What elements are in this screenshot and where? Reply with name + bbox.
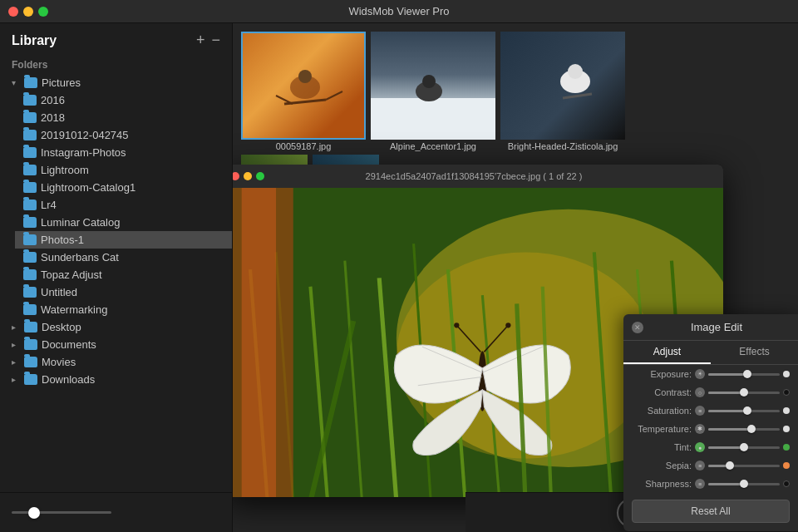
sidebar-item-movies[interactable]: ▸ Movies xyxy=(0,353,232,371)
thumb-item-3[interactable]: Bright-Headed-Zisticola.jpg xyxy=(500,32,625,151)
sidebar-item-2018[interactable]: 2018 xyxy=(15,109,232,126)
folder-label: 2016 xyxy=(41,94,65,106)
folder-label: Instagram-Photos xyxy=(41,146,126,159)
sidebar-actions: + − xyxy=(196,32,220,49)
fullscreen-button[interactable] xyxy=(38,7,48,17)
sidebar-item-lr4[interactable]: Lr4 xyxy=(15,196,232,214)
tint-label: Tint: xyxy=(632,442,692,452)
folder-label: Watermarking xyxy=(41,303,107,316)
contrast-row: Contrast: ○ xyxy=(623,383,798,401)
folder-label: Untitled xyxy=(41,286,77,298)
tint-icon: ● xyxy=(695,442,705,452)
thumb-item-2[interactable]: Alpine_Accentor1.jpg xyxy=(371,32,495,151)
exposure-indicator xyxy=(783,371,790,377)
sharpness-label: Sharpness: xyxy=(632,479,692,489)
folder-label: Documents xyxy=(42,338,96,351)
folder-icon xyxy=(23,165,37,175)
close-icon: ✕ xyxy=(634,323,641,332)
folder-icon xyxy=(23,252,37,263)
contrast-icon: ○ xyxy=(695,387,705,397)
folder-icon xyxy=(23,200,37,210)
sidebar-item-2016[interactable]: 2016 xyxy=(15,91,232,109)
contrast-indicator xyxy=(783,389,790,396)
sidebar-item-luminar[interactable]: Luminar Catalog xyxy=(15,214,232,231)
folder-label: Desktop xyxy=(42,321,81,333)
zoom-slider-track[interactable] xyxy=(12,511,111,514)
sharpness-slider[interactable] xyxy=(708,483,780,485)
remove-folder-button[interactable]: − xyxy=(211,32,220,49)
add-folder-button[interactable]: + xyxy=(196,32,205,49)
folder-label: Luminar Catalog xyxy=(41,216,120,229)
reset-all-button[interactable]: Reset All xyxy=(632,500,790,523)
chevron-right-icon: ▸ xyxy=(12,375,20,384)
sepia-row: Sepia: ≡ xyxy=(623,456,798,475)
sidebar-bottom xyxy=(0,492,232,532)
sidebar-item-watermarking[interactable]: Watermarking xyxy=(15,301,232,318)
svg-point-34 xyxy=(505,323,510,328)
sidebar-item-pictures[interactable]: ▾ Pictures xyxy=(0,74,232,91)
chevron-down-icon: ▾ xyxy=(12,78,20,87)
svg-line-10 xyxy=(563,94,592,98)
library-title: Library xyxy=(12,33,57,48)
sidebar-item-untitled[interactable]: Untitled xyxy=(15,283,232,301)
sepia-icon: ≡ xyxy=(695,461,705,470)
temperature-slider[interactable] xyxy=(708,428,780,431)
minimize-button[interactable] xyxy=(23,7,33,17)
svg-point-1 xyxy=(298,70,312,83)
sidebar-item-downloads[interactable]: ▸ Downloads xyxy=(0,371,232,388)
folder-icon xyxy=(23,269,37,280)
viewer-fullscreen-button[interactable] xyxy=(256,172,264,180)
chevron-right-icon: ▸ xyxy=(12,357,20,367)
folder-icon xyxy=(23,182,37,193)
sepia-slider[interactable] xyxy=(708,465,780,467)
folder-label: Topaz Adjust xyxy=(41,268,102,281)
folder-label: Lightroom xyxy=(41,164,89,176)
sidebar-item-topaz[interactable]: Topaz Adjust xyxy=(15,266,232,283)
folders-section-label: Folders xyxy=(0,54,232,74)
thumb-label-3: Bright-Headed-Zisticola.jpg xyxy=(506,140,620,151)
edit-close-button[interactable]: ✕ xyxy=(632,322,643,333)
svg-rect-26 xyxy=(242,188,276,497)
sidebar-item-lightroom-catalog1[interactable]: Lightroom-Catalog1 xyxy=(15,179,232,196)
exposure-slider[interactable] xyxy=(708,373,780,376)
contrast-slider[interactable] xyxy=(708,392,780,394)
viewer-minimize-button[interactable] xyxy=(244,172,252,180)
thumb-item-1[interactable]: 00059187.jpg xyxy=(241,32,366,151)
sidebar-item-sunderbans[interactable]: Sunderbans Cat xyxy=(15,249,232,266)
temperature-indicator xyxy=(783,426,790,432)
sidebar-item-lightroom[interactable]: Lightroom xyxy=(15,161,232,179)
tab-effects[interactable]: Effects xyxy=(711,341,798,364)
folder-label: Lr4 xyxy=(41,199,57,211)
main-layout: Library + − Folders ▾ Pictures 2016 xyxy=(0,23,798,532)
thumb-label-1: 00059187.jpg xyxy=(274,140,333,151)
sidebar-content: Folders ▾ Pictures 2016 2018 2 xyxy=(0,54,232,492)
sidebar-item-instagram[interactable]: Instagram-Photos xyxy=(15,144,232,161)
sidebar-item-desktop[interactable]: ▸ Desktop xyxy=(0,318,232,336)
folder-label: Photos-1 xyxy=(41,234,84,246)
contrast-label: Contrast: xyxy=(632,387,692,397)
traffic-lights xyxy=(8,7,48,17)
folder-label: Pictures xyxy=(42,76,81,89)
sidebar-header: Library + − xyxy=(0,23,232,54)
content-area: 00059187.jpg Alpine_Accentor1.jpg xyxy=(233,23,798,532)
zoom-slider-thumb[interactable] xyxy=(28,507,40,519)
app-title: WidsMob Viewer Pro xyxy=(348,5,449,17)
folder-label: Downloads xyxy=(42,373,95,386)
svg-point-9 xyxy=(568,64,583,79)
folder-icon xyxy=(24,322,37,332)
close-button[interactable] xyxy=(8,7,18,17)
folder-label: Movies xyxy=(42,356,76,368)
tab-adjust[interactable]: Adjust xyxy=(623,341,711,364)
saturation-row: Saturation: ≡ xyxy=(623,401,798,420)
saturation-slider[interactable] xyxy=(708,410,780,412)
tint-slider[interactable] xyxy=(708,446,780,449)
sidebar-item-documents[interactable]: ▸ Documents xyxy=(0,336,232,353)
folder-label: Sunderbans Cat xyxy=(41,251,119,264)
exposure-label: Exposure: xyxy=(632,369,692,379)
image-edit-panel: ✕ Image Edit Adjust Effects Exposure: ☀ xyxy=(623,314,798,531)
edit-panel-title: Image Edit xyxy=(643,321,790,333)
viewer-close-button[interactable] xyxy=(233,172,239,180)
edit-tabs: Adjust Effects xyxy=(623,341,798,365)
sidebar-item-photos1[interactable]: Photos-1 xyxy=(15,231,232,249)
sidebar-item-20191012[interactable]: 20191012-042745 xyxy=(15,126,232,144)
